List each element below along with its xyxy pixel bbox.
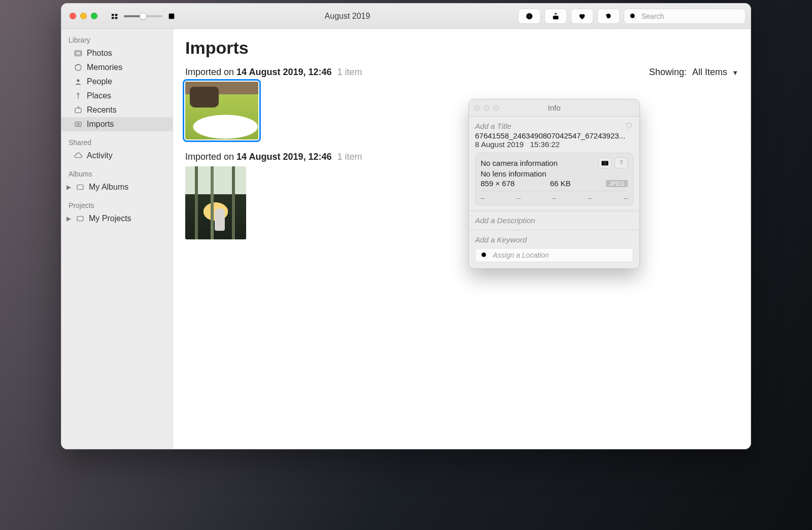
exif-dash: – bbox=[481, 193, 485, 202]
sidebar-item-recents[interactable]: Recents bbox=[61, 103, 173, 117]
sidebar-item-people[interactable]: People bbox=[61, 75, 173, 89]
svg-point-21 bbox=[604, 162, 606, 165]
minimize-window-button[interactable] bbox=[80, 13, 87, 19]
help-icon[interactable]: ? bbox=[615, 157, 628, 168]
svg-rect-18 bbox=[77, 185, 83, 190]
showing-value: All Items bbox=[692, 67, 727, 77]
thumbnail-large-icon[interactable] bbox=[166, 12, 177, 21]
info-filesize: 66 KB bbox=[515, 179, 606, 188]
exif-dash: – bbox=[552, 193, 556, 202]
info-title-input[interactable]: Add a Title bbox=[475, 122, 512, 130]
thumbnail-small-icon[interactable] bbox=[110, 12, 120, 21]
info-button[interactable] bbox=[518, 9, 540, 24]
info-panel-window-controls bbox=[474, 105, 499, 111]
sidebar-item-my-albums[interactable]: ▶ My Albums bbox=[61, 180, 173, 194]
rotate-button[interactable] bbox=[597, 9, 620, 24]
import-group-date: 14 August 2019, 12:46 bbox=[236, 67, 331, 77]
sidebar-item-photos[interactable]: Photos bbox=[61, 46, 173, 60]
content-area: Imports Imported on 14 August 2019, 12:4… bbox=[173, 29, 751, 449]
photos-icon bbox=[74, 49, 83, 58]
info-exif-card: No camera information ? No lens informat… bbox=[475, 153, 633, 205]
import-group-prefix: Imported on bbox=[185, 67, 236, 77]
disclosure-triangle-icon[interactable]: ▶ bbox=[66, 184, 72, 191]
info-description-input[interactable]: Add a Description bbox=[475, 216, 633, 225]
info-filename: 67641558_2463490807042547_67243923... bbox=[475, 131, 633, 140]
info-panel: Info Add a Title 67641558_24634908070425… bbox=[468, 99, 640, 269]
sidebar: Library Photos Memories People Places Re… bbox=[61, 29, 173, 449]
svg-rect-15 bbox=[75, 108, 81, 113]
svg-point-17 bbox=[77, 123, 80, 126]
window-controls bbox=[70, 13, 97, 19]
exif-dash: – bbox=[624, 193, 628, 202]
app-body: Library Photos Memories People Places Re… bbox=[61, 29, 751, 449]
info-exif-dashes: – – – – – bbox=[481, 191, 628, 202]
info-panel-title: Info bbox=[548, 103, 560, 112]
chevron-down-icon: ▼ bbox=[732, 69, 738, 77]
sidebar-section-albums: Albums bbox=[61, 168, 173, 180]
sidebar-item-label: Memories bbox=[87, 63, 122, 72]
sidebar-item-places[interactable]: Places bbox=[61, 89, 173, 103]
info-panel-titlebar[interactable]: Info bbox=[469, 99, 639, 117]
info-location-field[interactable] bbox=[475, 248, 633, 262]
favorite-heart-icon[interactable] bbox=[624, 121, 633, 131]
import-group-count: 1 item bbox=[337, 152, 362, 162]
sidebar-section-projects: Projects bbox=[61, 199, 173, 211]
info-keyword-input[interactable]: Add a Keyword bbox=[475, 235, 633, 244]
titlebar: August 2019 bbox=[61, 4, 751, 29]
zoom-window-button[interactable] bbox=[91, 13, 97, 19]
svg-rect-19 bbox=[77, 217, 83, 221]
info-lens: No lens information bbox=[481, 169, 546, 178]
info-zoom-dot[interactable] bbox=[493, 105, 499, 111]
sidebar-item-label: People bbox=[87, 77, 112, 86]
import-group-header-2: Imported on 14 August 2019, 12:46 1 item bbox=[185, 152, 738, 162]
photo-thumbnail[interactable] bbox=[185, 82, 258, 139]
info-time: 15:36:22 bbox=[530, 140, 559, 149]
memories-icon bbox=[74, 63, 83, 72]
sidebar-item-memories[interactable]: Memories bbox=[61, 60, 173, 75]
svg-point-13 bbox=[77, 79, 79, 82]
project-icon bbox=[76, 214, 85, 223]
svg-rect-6 bbox=[529, 15, 530, 18]
toolbar-right bbox=[518, 9, 746, 24]
svg-rect-0 bbox=[112, 14, 114, 16]
svg-rect-8 bbox=[553, 16, 559, 19]
svg-rect-11 bbox=[76, 52, 81, 55]
info-minimize-dot[interactable] bbox=[484, 105, 490, 111]
search-icon bbox=[628, 12, 637, 21]
thumbnail-size-slider[interactable] bbox=[124, 15, 162, 17]
svg-point-22 bbox=[482, 253, 486, 257]
showing-label: Showing: bbox=[649, 67, 687, 77]
sidebar-section-library: Library bbox=[61, 34, 173, 46]
camera-wb-icon[interactable] bbox=[598, 157, 612, 168]
info-camera: No camera information bbox=[481, 159, 558, 167]
imports-icon bbox=[74, 120, 83, 129]
close-window-button[interactable] bbox=[70, 13, 76, 19]
sidebar-item-label: Recents bbox=[87, 105, 117, 115]
info-location-input[interactable] bbox=[492, 251, 629, 260]
sidebar-item-imports[interactable]: Imports bbox=[61, 117, 173, 131]
share-button[interactable] bbox=[545, 9, 567, 24]
people-icon bbox=[74, 77, 83, 86]
svg-rect-16 bbox=[75, 122, 81, 127]
svg-rect-3 bbox=[115, 17, 118, 19]
import-group-prefix: Imported on bbox=[185, 152, 236, 162]
sidebar-item-activity[interactable]: Activity bbox=[61, 149, 173, 163]
exif-dash: – bbox=[588, 193, 592, 202]
cloud-icon bbox=[74, 151, 83, 160]
favorite-button[interactable] bbox=[571, 9, 593, 24]
import-group-date: 14 August 2019, 12:46 bbox=[236, 152, 331, 162]
sidebar-item-my-projects[interactable]: ▶ My Projects bbox=[61, 211, 173, 226]
showing-filter[interactable]: Showing: All Items ▼ bbox=[649, 67, 738, 78]
search-field[interactable] bbox=[624, 9, 746, 24]
sidebar-section-shared: Shared bbox=[61, 136, 173, 149]
window-title: August 2019 bbox=[182, 12, 513, 21]
disclosure-triangle-icon[interactable]: ▶ bbox=[66, 215, 72, 222]
thumbnail-size-control bbox=[110, 12, 177, 21]
recents-icon bbox=[74, 105, 83, 115]
photo-thumbnail[interactable] bbox=[185, 166, 246, 239]
info-close-dot[interactable] bbox=[474, 105, 480, 111]
info-dimensions: 859 × 678 bbox=[481, 179, 515, 188]
app-window: August 2019 Library bbox=[61, 3, 751, 449]
search-input[interactable] bbox=[640, 12, 741, 21]
svg-rect-1 bbox=[115, 14, 118, 16]
